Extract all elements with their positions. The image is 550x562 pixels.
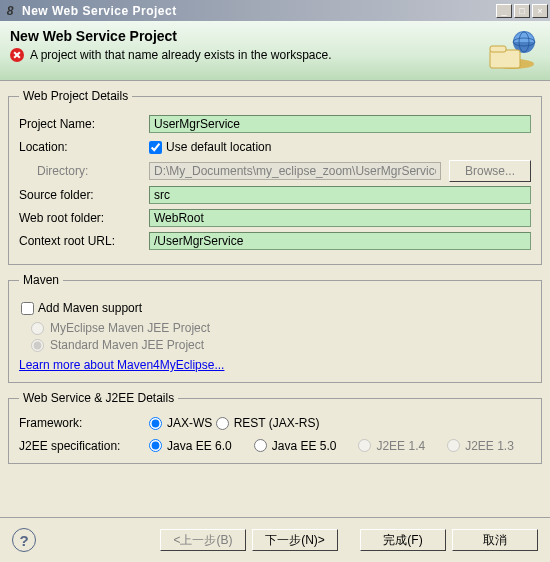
cancel-button[interactable]: 取消 bbox=[452, 529, 538, 551]
banner-heading: New Web Service Project bbox=[10, 28, 476, 44]
framework-rest-radio[interactable] bbox=[216, 417, 229, 430]
footer: ? <上一步(B) 下一步(N)> 完成(F) 取消 bbox=[0, 517, 550, 562]
browse-button: Browse... bbox=[449, 160, 531, 182]
finish-button[interactable]: 完成(F) bbox=[360, 529, 446, 551]
context-root-input[interactable] bbox=[149, 232, 531, 250]
j2ee-14-label: J2EE 1.4 bbox=[376, 439, 425, 453]
maven-legend: Maven bbox=[19, 273, 63, 287]
j2ee-14-radio bbox=[358, 439, 371, 452]
source-folder-label: Source folder: bbox=[19, 188, 149, 202]
j2ee-13-radio bbox=[447, 439, 460, 452]
add-maven-support-checkbox[interactable] bbox=[21, 302, 34, 315]
j2ee-13-label: J2EE 1.3 bbox=[465, 439, 514, 453]
directory-input bbox=[149, 162, 441, 180]
standard-maven-label: Standard Maven JEE Project bbox=[50, 338, 204, 352]
j2ee-spec-label: J2EE specification: bbox=[19, 439, 149, 453]
web-project-details-group: Web Project Details Project Name: Locati… bbox=[8, 89, 542, 265]
back-button: <上一步(B) bbox=[160, 529, 246, 551]
source-folder-input[interactable] bbox=[149, 186, 531, 204]
j2ee-ee6-radio[interactable] bbox=[149, 439, 162, 452]
use-default-location-checkbox[interactable] bbox=[149, 141, 162, 154]
standard-maven-radio bbox=[31, 339, 44, 352]
details-legend: Web Project Details bbox=[19, 89, 132, 103]
window-title: New Web Service Project bbox=[22, 4, 496, 18]
app-icon: 8 bbox=[2, 3, 18, 19]
project-name-input[interactable] bbox=[149, 115, 531, 133]
framework-label: Framework: bbox=[19, 416, 149, 430]
wizard-image-icon bbox=[484, 28, 540, 74]
banner: New Web Service Project A project with t… bbox=[0, 21, 550, 81]
framework-jaxws-label: JAX-WS bbox=[167, 416, 212, 430]
web-service-details-group: Web Service & J2EE Details Framework: JA… bbox=[8, 391, 542, 464]
add-maven-support-label: Add Maven support bbox=[38, 301, 142, 315]
project-name-label: Project Name: bbox=[19, 117, 149, 131]
maven-learn-more-link[interactable]: Learn more about Maven4MyEclipse... bbox=[19, 358, 224, 372]
titlebar: 8 New Web Service Project _ □ × bbox=[0, 0, 550, 21]
use-default-location-label: Use default location bbox=[166, 140, 271, 154]
svg-rect-5 bbox=[490, 46, 506, 52]
ws-legend: Web Service & J2EE Details bbox=[19, 391, 178, 405]
myeclipse-maven-radio bbox=[31, 322, 44, 335]
context-root-label: Context root URL: bbox=[19, 234, 149, 248]
help-icon[interactable]: ? bbox=[12, 528, 36, 552]
next-button[interactable]: 下一步(N)> bbox=[252, 529, 338, 551]
svg-rect-4 bbox=[490, 50, 520, 68]
framework-jaxws-radio[interactable] bbox=[149, 417, 162, 430]
j2ee-ee5-radio[interactable] bbox=[254, 439, 267, 452]
web-root-input[interactable] bbox=[149, 209, 531, 227]
error-icon bbox=[10, 48, 24, 62]
framework-rest-label: REST (JAX-RS) bbox=[234, 416, 320, 430]
maven-group: Maven Add Maven support MyEclipse Maven … bbox=[8, 273, 542, 383]
maximize-button[interactable]: □ bbox=[514, 4, 530, 18]
window-buttons: _ □ × bbox=[496, 4, 548, 18]
j2ee-ee6-label: Java EE 6.0 bbox=[167, 439, 232, 453]
minimize-button[interactable]: _ bbox=[496, 4, 512, 18]
myeclipse-maven-label: MyEclipse Maven JEE Project bbox=[50, 321, 210, 335]
web-root-label: Web root folder: bbox=[19, 211, 149, 225]
close-button[interactable]: × bbox=[532, 4, 548, 18]
error-message: A project with that name already exists … bbox=[30, 48, 331, 62]
directory-label: Directory: bbox=[19, 164, 149, 178]
j2ee-ee5-label: Java EE 5.0 bbox=[272, 439, 337, 453]
location-label: Location: bbox=[19, 140, 149, 154]
